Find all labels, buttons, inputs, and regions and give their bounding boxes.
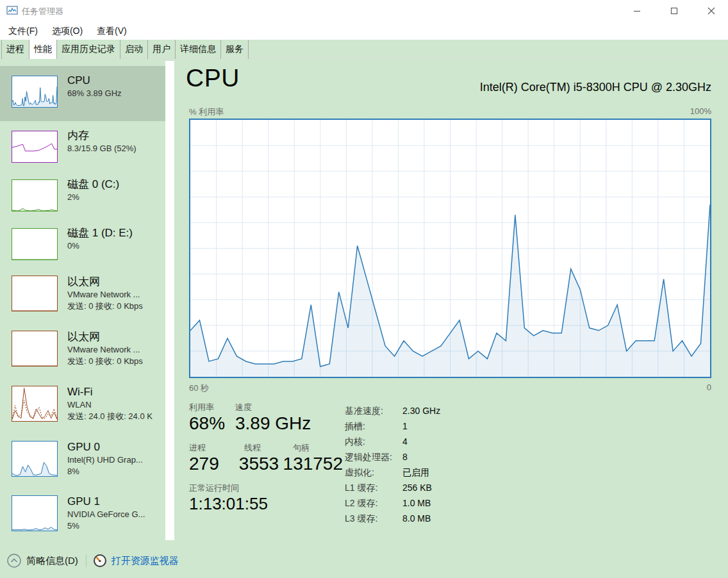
sidebar-disk0-title: 磁盘 0 (C:): [67, 177, 163, 192]
y-axis-max-label: 100%: [690, 106, 711, 118]
task-manager-icon: [6, 6, 18, 16]
tab-performance[interactable]: 性能: [29, 40, 57, 59]
sidebar-ethernet1-title: 以太网: [67, 274, 163, 289]
sidebar-gpu0-adapter: Intel(R) UHD Grap...: [67, 454, 163, 466]
base-speed-label: 基准速度:: [345, 403, 402, 418]
menu-file[interactable]: 文件(F): [0, 22, 45, 40]
speed-label: 速度: [235, 402, 252, 413]
minimize-button[interactable]: [622, 0, 652, 21]
open-resource-monitor-link[interactable]: 打开资源监视器: [112, 555, 179, 567]
resource-monitor-icon[interactable]: [93, 554, 107, 568]
cpu-thumbnail: [12, 76, 58, 108]
sidebar-item-disk1[interactable]: 磁盘 1 (D: E:) 0%: [0, 219, 165, 267]
sidebar-item-cpu[interactable]: CPU 68% 3.89 GHz: [0, 66, 165, 121]
memory-thumbnail: [12, 131, 58, 163]
tab-startup[interactable]: 启动: [120, 40, 148, 59]
cpu-stats-left: 利用率 速度 68% 3.89 GHz 进程 线程 句柄 279 3553 13…: [189, 402, 343, 513]
sidebar-gpu1-title: GPU 1: [67, 494, 163, 509]
panel-title: CPU: [186, 64, 240, 92]
tab-processes[interactable]: 进程: [1, 40, 29, 59]
sidebar-item-gpu0[interactable]: GPU 0 Intel(R) UHD Grap... 8%: [0, 433, 165, 487]
sidebar-memory-stats: 8.3/15.9 GB (52%): [67, 143, 163, 154]
x-axis-left-label: 60 秒: [189, 383, 209, 394]
sidebar-item-ethernet1[interactable]: 以太网 VMware Network ... 发送: 0 接收: 0 Kbps: [0, 267, 165, 322]
sidebar-disk0-stats: 2%: [67, 192, 163, 203]
tab-users[interactable]: 用户: [148, 40, 176, 59]
wifi-thumbnail: [12, 386, 58, 422]
collapse-details-label[interactable]: 简略信息(D): [26, 555, 78, 567]
tab-bar: 进程 性能 应用历史记录 启动 用户 详细信息 服务: [0, 40, 728, 59]
virtualization-value: 已启用: [402, 465, 429, 480]
uptime-label: 正常运行时间: [189, 483, 239, 494]
sidebar-memory-title: 内存: [67, 128, 163, 143]
sidebar-gpu0-stats: 8%: [67, 466, 163, 477]
logical-processors-value: 8: [402, 449, 408, 465]
y-axis-label: % 利用率: [189, 106, 224, 118]
sidebar-item-disk0[interactable]: 磁盘 0 (C:) 2%: [0, 170, 165, 219]
cpu-utilization-chart: [189, 119, 711, 378]
threads-label: 线程: [244, 442, 293, 454]
sidebar-ethernet2-title: 以太网: [67, 329, 163, 344]
l2-cache-label: L2 缓存:: [345, 495, 402, 511]
sidebar-wifi-title: Wi-Fi: [67, 384, 163, 399]
l3-cache-label: L3 缓存:: [345, 511, 402, 526]
processes-value: 279: [189, 454, 239, 474]
threads-value: 3553: [239, 454, 283, 474]
sidebar-wifi-stats: 发送: 24.0 接收: 24.0 K: [67, 411, 163, 422]
sidebar-item-memory[interactable]: 内存 8.3/15.9 GB (52%): [0, 121, 165, 170]
gpu0-thumbnail: [12, 441, 58, 477]
footer-divider: [86, 554, 87, 567]
handles-label: 句柄: [293, 442, 310, 454]
uptime-value: 1:13:01:55: [189, 494, 268, 513]
menu-bar: 文件(F) 选项(O) 查看(V): [0, 22, 728, 40]
cpu-detail-panel: CPU Intel(R) Core(TM) i5-8300H CPU @ 2.3…: [186, 64, 719, 552]
ethernet1-thumbnail: [12, 276, 58, 311]
sidebar-scrollbar[interactable]: [165, 61, 174, 540]
sidebar-wifi-adapter: WLAN: [67, 399, 163, 411]
utilization-label: 利用率: [189, 402, 235, 413]
tab-details[interactable]: 详细信息: [176, 40, 221, 59]
cpu-stats-right: 基准速度:2.30 GHz 插槽:1 内核:4 逻辑处理器:8 虚拟化:已启用 …: [345, 403, 440, 526]
x-axis-right-label: 0: [707, 383, 711, 394]
sidebar-item-gpu1[interactable]: GPU 1 NVIDIA GeForce G... 5%: [0, 487, 165, 541]
sidebar-disk1-stats: 0%: [67, 240, 163, 252]
tab-app-history[interactable]: 应用历史记录: [57, 40, 120, 59]
menu-view[interactable]: 查看(V): [90, 22, 134, 40]
handles-value: 131752: [283, 454, 343, 474]
sidebar-item-ethernet2[interactable]: 以太网 VMware Network ... 发送: 0 接收: 0 Kbps: [0, 322, 165, 377]
base-speed-value: 2.30 GHz: [402, 403, 440, 418]
sidebar-ethernet1-stats: 发送: 0 接收: 0 Kbps: [67, 301, 163, 312]
sidebar-disk1-title: 磁盘 1 (D: E:): [67, 226, 163, 240]
menu-options[interactable]: 选项(O): [45, 22, 90, 40]
disk0-thumbnail: [12, 179, 58, 211]
sidebar-ethernet1-adapter: VMware Network ...: [67, 289, 163, 301]
window-title: 任务管理器: [22, 6, 63, 17]
collapse-details-button[interactable]: [7, 554, 21, 568]
cores-label: 内核:: [345, 434, 402, 449]
processes-label: 进程: [189, 442, 244, 454]
sidebar-ethernet2-adapter: VMware Network ...: [67, 344, 163, 356]
performance-sidebar: CPU 68% 3.89 GHz 内存 8.3/15.9 GB (52%) 磁盘…: [0, 66, 165, 541]
sidebar-item-wifi[interactable]: Wi-Fi WLAN 发送: 24.0 接收: 24.0 K: [0, 377, 165, 433]
close-button[interactable]: [697, 0, 726, 21]
sidebar-ethernet2-stats: 发送: 0 接收: 0 Kbps: [67, 356, 163, 367]
disk1-thumbnail: [12, 228, 58, 260]
virtualization-label: 虚拟化:: [345, 465, 402, 480]
maximize-button[interactable]: [659, 0, 689, 21]
sidebar-cpu-title: CPU: [67, 73, 163, 88]
speed-value: 3.89 GHz: [235, 413, 311, 434]
l3-cache-value: 8.0 MB: [402, 511, 431, 526]
ethernet2-thumbnail: [12, 331, 58, 367]
utilization-value: 68%: [189, 413, 235, 434]
sockets-label: 插槽:: [345, 418, 402, 434]
title-bar: 任务管理器: [0, 0, 728, 22]
sockets-value: 1: [402, 418, 408, 434]
l2-cache-value: 1.0 MB: [402, 495, 431, 511]
tab-services[interactable]: 服务: [221, 40, 249, 59]
logical-processors-label: 逻辑处理器:: [345, 449, 402, 465]
cores-value: 4: [402, 434, 408, 449]
sidebar-gpu0-title: GPU 0: [67, 440, 163, 454]
task-manager-window: 任务管理器 文件(F) 选项(O) 查看(V) 进程 性能 应用历史记录 启动 …: [0, 0, 728, 578]
sidebar-gpu1-adapter: NVIDIA GeForce G...: [67, 509, 163, 520]
gpu1-thumbnail: [12, 495, 58, 531]
